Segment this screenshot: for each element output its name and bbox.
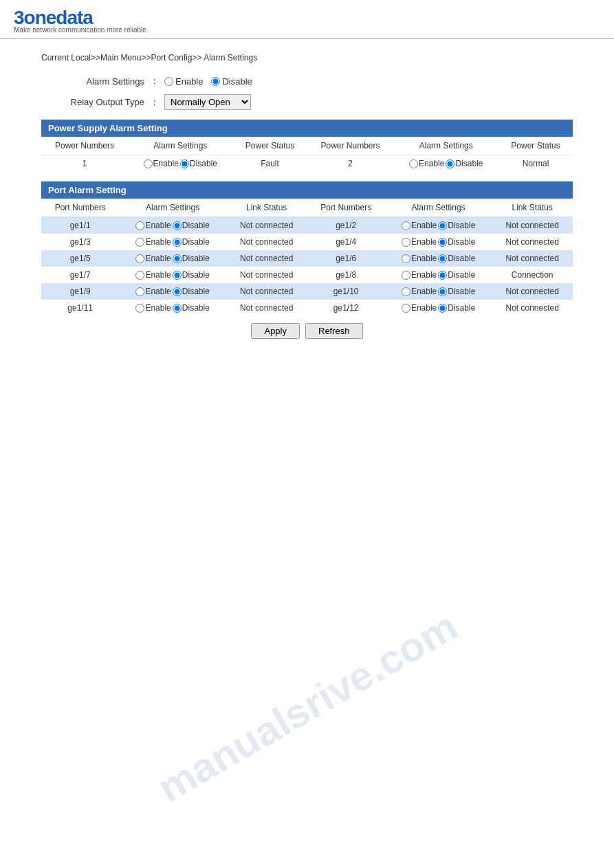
logo: 3onedata Make network communication more…: [14, 7, 600, 34]
port-link-status-left: Not connected: [226, 267, 307, 283]
power-alarm-settings-col-right: Alarm Settings: [394, 137, 498, 155]
port-enable-right-label[interactable]: Enable: [402, 221, 437, 230]
port-disable-left-radio[interactable]: [173, 221, 182, 230]
relay-output-select[interactable]: Normally Open Normally Closed: [164, 94, 251, 110]
port-link-status-right: Connection: [492, 267, 573, 283]
port-enable-right-label[interactable]: Enable: [402, 287, 437, 296]
port-enable-right-label[interactable]: Enable: [402, 303, 437, 313]
port-disable-left-radio[interactable]: [173, 287, 182, 296]
port-disable-left-label[interactable]: Disable: [173, 303, 210, 313]
port-alarm-table: Port Numbers Alarm Settings Link Status …: [41, 199, 573, 316]
port-enable-right-radio[interactable]: [402, 238, 410, 247]
port-num-right: ge1/12: [307, 300, 384, 316]
port-disable-right-radio[interactable]: [438, 221, 447, 230]
port-enable-right-label[interactable]: Enable: [402, 254, 437, 263]
port-link-status-right: Not connected: [492, 234, 573, 250]
port-disable-left-label[interactable]: Disable: [173, 254, 210, 263]
port-disable-right-label[interactable]: Disable: [438, 270, 475, 280]
power-numbers-col-right: Power Numbers: [307, 137, 393, 155]
port-alarm-right: Enable Disable: [385, 250, 492, 267]
port-disable-left-label[interactable]: Disable: [173, 237, 210, 247]
port-alarm-left: Enable Disable: [119, 234, 226, 250]
port-enable-left-label[interactable]: Enable: [135, 221, 171, 230]
alarm-enable-radio[interactable]: [164, 77, 173, 86]
port-enable-left-radio[interactable]: [135, 238, 144, 247]
port-alarm-row: ge1/9 Enable Disable Not connected ge1/1…: [41, 283, 573, 300]
port-num-left: ge1/1: [41, 217, 119, 234]
port-disable-right-radio[interactable]: [438, 238, 447, 247]
apply-button[interactable]: Apply: [251, 323, 300, 339]
port-enable-right-radio[interactable]: [402, 254, 410, 263]
port-disable-right-label[interactable]: Disable: [438, 287, 475, 296]
alarm-disable-option[interactable]: Disable: [211, 76, 252, 87]
port-disable-right-label[interactable]: Disable: [438, 254, 475, 263]
port-enable-right-radio[interactable]: [402, 304, 410, 313]
port-num-right: ge1/4: [307, 234, 384, 250]
port-disable-left-radio[interactable]: [173, 254, 182, 263]
power-enable-left-radio[interactable]: [144, 159, 153, 168]
port-enable-left-label[interactable]: Enable: [135, 303, 171, 313]
port-enable-left-radio[interactable]: [135, 221, 144, 230]
port-disable-right-radio[interactable]: [438, 254, 447, 263]
port-link-status-right: Not connected: [492, 283, 573, 300]
port-alarm-section-header: Port Alarm Setting: [41, 181, 573, 199]
port-enable-left-radio[interactable]: [135, 287, 144, 296]
port-disable-left-label[interactable]: Disable: [173, 221, 210, 230]
port-enable-right-label[interactable]: Enable: [402, 237, 437, 247]
port-enable-left-radio[interactable]: [135, 271, 144, 280]
port-num-left: ge1/3: [41, 234, 119, 250]
port-enable-left-label[interactable]: Enable: [135, 270, 171, 280]
port-enable-right-radio[interactable]: [402, 271, 410, 280]
power-numbers-col-left: Power Numbers: [41, 137, 128, 155]
port-num-left: ge1/11: [41, 300, 119, 316]
power-status-col-left: Power Status: [233, 137, 307, 155]
port-alarm-header-row: Port Numbers Alarm Settings Link Status …: [41, 199, 573, 217]
port-disable-left-radio[interactable]: [173, 238, 182, 247]
alarm-enable-option[interactable]: Enable: [164, 76, 203, 87]
power-disable-right-radio[interactable]: [446, 159, 454, 168]
port-disable-left-label[interactable]: Disable: [173, 270, 210, 280]
alarm-disable-radio[interactable]: [211, 77, 220, 86]
port-enable-left-label[interactable]: Enable: [135, 254, 171, 263]
port-disable-left-radio[interactable]: [173, 304, 182, 313]
port-num-right: ge1/2: [307, 217, 384, 234]
alarm-settings-radio-group: Enable Disable: [164, 76, 252, 87]
power-disable-left-label[interactable]: Disable: [180, 159, 217, 168]
alarm-enable-label: Enable: [175, 76, 203, 87]
port-disable-right-radio[interactable]: [438, 304, 447, 313]
port-disable-right-label[interactable]: Disable: [438, 221, 475, 230]
port-link-status-right: Not connected: [492, 217, 573, 234]
power-alarm-settings-col-left: Alarm Settings: [128, 137, 232, 155]
power-enable-right-radio[interactable]: [409, 159, 418, 168]
port-link-status-col-right: Link Status: [492, 199, 573, 217]
port-disable-left-radio[interactable]: [173, 271, 182, 280]
port-alarm-row: ge1/1 Enable Disable Not connected ge1/2…: [41, 217, 573, 234]
power-disable-left-radio[interactable]: [180, 159, 189, 168]
port-disable-right-radio[interactable]: [438, 287, 447, 296]
port-link-status-left: Not connected: [226, 217, 307, 234]
port-enable-left-radio[interactable]: [135, 304, 144, 313]
port-enable-right-label[interactable]: Enable: [402, 270, 437, 280]
port-alarm-left: Enable Disable: [119, 283, 226, 300]
port-enable-right-radio[interactable]: [402, 287, 410, 296]
power-status-right: Normal: [498, 155, 573, 173]
relay-output-row: Relay Output Type ： Normally Open Normal…: [41, 94, 573, 110]
port-enable-left-label[interactable]: Enable: [135, 237, 171, 247]
port-enable-left-label[interactable]: Enable: [135, 287, 171, 296]
port-disable-right-label[interactable]: Disable: [438, 303, 475, 313]
alarm-settings-row: Alarm Settings ： Enable Disable: [41, 75, 573, 87]
port-enable-right-radio[interactable]: [402, 221, 410, 230]
header: 3onedata Make network communication more…: [0, 0, 614, 39]
port-disable-right-label[interactable]: Disable: [438, 237, 475, 247]
refresh-button[interactable]: Refresh: [305, 323, 363, 339]
power-enable-left-label[interactable]: Enable: [144, 159, 179, 168]
button-row: Apply Refresh: [41, 323, 573, 339]
port-link-status-right: Not connected: [492, 250, 573, 267]
power-disable-right-label[interactable]: Disable: [446, 159, 483, 168]
power-supply-table: Power Numbers Alarm Settings Power Statu…: [41, 137, 573, 172]
port-disable-right-radio[interactable]: [438, 271, 447, 280]
port-alarm-right: Enable Disable: [385, 234, 492, 250]
port-disable-left-label[interactable]: Disable: [173, 287, 210, 296]
port-enable-left-radio[interactable]: [135, 254, 144, 263]
power-enable-right-label[interactable]: Enable: [409, 159, 444, 168]
